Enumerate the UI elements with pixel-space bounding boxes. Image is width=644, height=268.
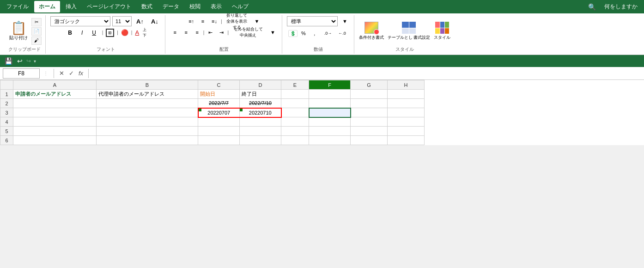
font-size-select[interactable]: 11	[112, 16, 132, 26]
underline-button[interactable]: U	[89, 28, 99, 38]
cell-C4[interactable]	[198, 117, 240, 127]
customize-quick-icon[interactable]: ▾	[34, 59, 36, 64]
cell-F3[interactable]	[309, 108, 351, 117]
cell-A4[interactable]	[13, 117, 97, 127]
align-left-button[interactable]: ≡	[170, 27, 180, 37]
cell-C1[interactable]: 開始日	[198, 90, 240, 99]
redo-quick-button[interactable]: ↪	[26, 58, 31, 64]
cell-B1[interactable]: 代理申請者のメールアドレス	[97, 90, 198, 99]
menu-review[interactable]: 校閲	[185, 1, 205, 12]
cell-G4[interactable]	[351, 117, 388, 127]
cell-D5[interactable]	[240, 127, 281, 136]
paste-button[interactable]: 📋 貼り付け	[7, 21, 30, 42]
align-top-button[interactable]: ≡↑	[186, 16, 197, 26]
cell-C3[interactable]: 20220707	[198, 108, 240, 117]
col-header-H[interactable]: H	[388, 80, 425, 90]
menu-file[interactable]: ファイル	[2, 1, 33, 12]
wrap-text-dropdown[interactable]: ▼	[252, 16, 262, 26]
confirm-formula-button[interactable]: ✓	[67, 70, 75, 77]
font-shrink-button[interactable]: A↓	[148, 16, 161, 26]
menu-data[interactable]: データ	[158, 1, 184, 12]
cell-D4[interactable]	[240, 117, 281, 127]
font-grow-button[interactable]: A↑	[134, 16, 146, 26]
col-header-E[interactable]: E	[281, 80, 309, 90]
cell-B2[interactable]	[97, 99, 198, 108]
cell-E3[interactable]	[281, 108, 309, 117]
save-quick-button[interactable]: 💾	[4, 56, 13, 66]
align-bottom-button[interactable]: ≡↓	[209, 16, 220, 26]
cell-A5[interactable]	[13, 127, 97, 136]
format-painter-button[interactable]: 🖌	[31, 37, 42, 45]
cell-H1[interactable]	[388, 90, 425, 99]
cell-H2[interactable]	[388, 99, 425, 108]
cell-D1[interactable]: 終了日	[240, 90, 281, 99]
cell-G1[interactable]	[351, 90, 388, 99]
comma-button[interactable]: ,	[310, 28, 320, 38]
menu-help[interactable]: ヘルプ	[227, 1, 253, 12]
cell-F5[interactable]	[309, 127, 351, 136]
italic-button[interactable]: I	[77, 28, 87, 38]
font-color-button[interactable]: A	[135, 29, 139, 36]
cell-E6[interactable]	[281, 136, 309, 145]
number-format-select[interactable]: 標準	[287, 16, 338, 26]
cell-B6[interactable]	[97, 136, 198, 145]
formula-input[interactable]	[92, 68, 641, 79]
cell-C6[interactable]	[198, 136, 240, 145]
cell-H3[interactable]	[388, 108, 425, 117]
align-right-button[interactable]: ≡	[192, 27, 202, 37]
percent-button[interactable]: %	[298, 28, 309, 38]
cell-F4[interactable]	[309, 117, 351, 127]
cell-F6[interactable]	[309, 136, 351, 145]
cut-button[interactable]: ✂	[31, 18, 42, 26]
accounting-button[interactable]: 💲	[288, 30, 298, 37]
cell-D2[interactable]: 2022/7/10	[240, 99, 281, 108]
conditional-format-button[interactable]: 条件付き書式	[359, 22, 384, 41]
cell-styles-button[interactable]: スタイル	[434, 22, 450, 41]
menu-formula[interactable]: 数式	[137, 1, 157, 12]
wrap-text-button[interactable]: 折り返して全体を表示する	[223, 16, 251, 26]
cell-A1[interactable]: 申請者のメールアドレス	[13, 90, 97, 99]
cell-E4[interactable]	[281, 117, 309, 127]
cell-E5[interactable]	[281, 127, 309, 136]
cell-D6[interactable]	[240, 136, 281, 145]
cell-E1[interactable]	[281, 90, 309, 99]
col-header-D[interactable]: D	[240, 80, 281, 90]
menu-home[interactable]: ホーム	[34, 1, 60, 12]
cell-A3[interactable]	[13, 108, 97, 117]
col-header-F[interactable]: F	[309, 80, 351, 90]
decimal-decrease-button[interactable]: ←.0	[335, 28, 349, 38]
cell-G3[interactable]	[351, 108, 388, 117]
cell-reference-box[interactable]	[3, 68, 40, 79]
merge-center-button[interactable]: セルを結合して中央揃え	[230, 27, 267, 37]
menu-view[interactable]: 表示	[206, 1, 226, 12]
fill-color-button[interactable]: 🔴	[121, 29, 128, 36]
col-header-C[interactable]: C	[198, 80, 240, 90]
cell-E2[interactable]	[281, 99, 309, 108]
cell-F2[interactable]	[309, 99, 351, 108]
border-button[interactable]: ⊞	[106, 29, 114, 37]
merge-dropdown[interactable]: ▼	[267, 27, 278, 37]
align-middle-button[interactable]: ≡	[198, 16, 208, 26]
cell-A6[interactable]	[13, 136, 97, 145]
align-center-button[interactable]: ≡	[181, 27, 191, 37]
indent-decrease-button[interactable]: ⇤	[205, 27, 215, 37]
table-format-button[interactable]: テーブルとし 書式設定	[388, 22, 431, 41]
cell-B3[interactable]	[97, 108, 198, 117]
cell-C5[interactable]	[198, 127, 240, 136]
bold-button[interactable]: B	[65, 28, 75, 38]
number-format-dropdown[interactable]: ▼	[340, 16, 350, 26]
menu-search[interactable]: 何をしますか	[600, 1, 642, 12]
cell-H4[interactable]	[388, 117, 425, 127]
font-name-select[interactable]: 游ゴシック	[50, 16, 110, 26]
indent-increase-button[interactable]: ⇥	[216, 27, 226, 37]
col-header-B[interactable]: B	[97, 80, 198, 90]
cell-H5[interactable]	[388, 127, 425, 136]
cell-H6[interactable]	[388, 136, 425, 145]
undo-quick-button[interactable]: ↩	[16, 56, 24, 66]
cell-G6[interactable]	[351, 136, 388, 145]
menu-page-layout[interactable]: ページレイアウト	[82, 1, 136, 12]
cell-B4[interactable]	[97, 117, 198, 127]
cell-G5[interactable]	[351, 127, 388, 136]
cell-A2[interactable]	[13, 99, 97, 108]
cell-B5[interactable]	[97, 127, 198, 136]
